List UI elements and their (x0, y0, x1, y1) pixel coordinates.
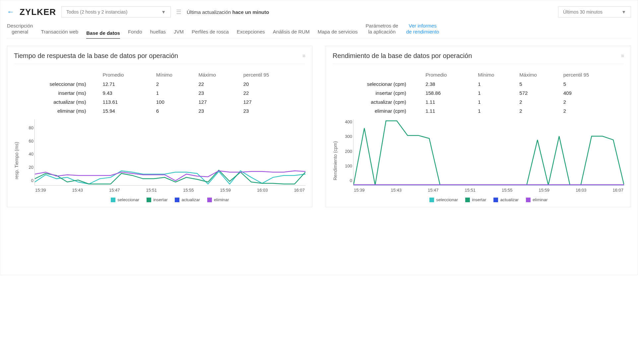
table-row: seleccionar(cpm)2.38155 (333, 80, 624, 89)
table-row: actualizar(ms)113.61100127127 (14, 97, 305, 106)
timerange-selector[interactable]: Últimos 30 minutos ▼ (558, 6, 631, 18)
legend-item[interactable]: insertar (147, 197, 167, 202)
legend-item[interactable]: eliminar (526, 197, 548, 202)
host-selector[interactable]: Todos (2 hosts y 2 instancias) ▼ (61, 6, 171, 18)
table-row: seleccionar(ms)12.7122220 (14, 80, 305, 89)
y-axis-label: resp. Tiempo (ms) (14, 119, 19, 202)
panel-throughput: Rendimiento de la base de datos por oper… (326, 46, 631, 207)
tab-rum[interactable]: Análisis de RUM (273, 29, 310, 35)
legend-item[interactable]: actualizar (175, 197, 200, 202)
chart-legend: seleccionarinsertaractualizareliminar (34, 197, 305, 202)
chart-legend: seleccionarinsertaractualizareliminar (353, 197, 624, 202)
table-row: eliminar(cpm)1.11122 (333, 106, 624, 115)
tab-exc[interactable]: Excepciones (237, 29, 265, 35)
hamburger-icon[interactable]: ≡ (621, 53, 624, 59)
tab-db[interactable]: Base de datos (86, 30, 120, 39)
table-row: eliminar(ms)15.9462323 (14, 106, 305, 115)
timerange-label: Últimos 30 minutos (563, 9, 603, 15)
tab-svcmap[interactable]: Mapa de servicios (318, 29, 358, 35)
tab-thread[interactable]: Perfiles de rosca (192, 29, 229, 35)
legend-item[interactable]: actualizar (493, 197, 519, 202)
x-axis-ticks: 15:3915:4315:4715:5115:5515:5916:0316:07 (353, 188, 624, 193)
hamburger-icon[interactable]: ≡ (302, 53, 305, 59)
tab-reports[interactable]: Ver informesde rendimiento (406, 23, 439, 35)
stats-table-right: PromedioMínimoMáximopercentil 95seleccio… (333, 70, 624, 115)
tab-bg[interactable]: Fondo (128, 29, 142, 35)
back-arrow-icon[interactable]: ← (7, 8, 14, 16)
chart-response-time: 020406080 (34, 119, 305, 186)
panel-title: Rendimiento de la base de datos por oper… (333, 52, 472, 60)
chevron-down-icon: ▼ (621, 9, 626, 15)
x-axis-ticks: 15:3915:4315:4715:5115:5515:5916:0316:07 (34, 188, 305, 193)
tab-bar: DescripcióngeneralTransacción webBase de… (7, 23, 631, 38)
tab-overview[interactable]: Descripcióngeneral (7, 23, 33, 35)
legend-item[interactable]: seleccionar (111, 197, 139, 202)
table-row: insertar(cpm)158.861572409 (333, 89, 624, 97)
menu-icon[interactable]: ☰ (176, 8, 181, 16)
legend-item[interactable]: eliminar (207, 197, 229, 202)
tab-jvm[interactable]: JVM (174, 29, 184, 35)
legend-item[interactable]: seleccionar (429, 197, 458, 202)
panel-title: Tiempo de respuesta de la base de datos … (14, 52, 178, 60)
stats-table-left: PromedioMínimoMáximopercentil 95seleccio… (14, 70, 305, 115)
last-update-text: Última actualización hace un minuto (187, 9, 269, 15)
tab-traces[interactable]: huellas (150, 29, 166, 35)
tab-webtx[interactable]: Transacción web (41, 29, 78, 35)
panel-response-time: Tiempo de respuesta de la base de datos … (7, 46, 312, 207)
chart-throughput: 0100200300400 (353, 119, 624, 186)
table-row: actualizar(cpm)1.11122 (333, 97, 624, 106)
y-axis-label: Rendimiento (cpm) (333, 119, 338, 202)
host-selector-label: Todos (2 hosts y 2 instancias) (66, 9, 127, 15)
table-row: insertar(ms)9.4312322 (14, 89, 305, 97)
tab-appparams[interactable]: Parámetros dela aplicación (366, 23, 398, 35)
brand-title: ZYLKER (20, 7, 56, 17)
chevron-down-icon: ▼ (161, 9, 166, 15)
legend-item[interactable]: insertar (465, 197, 486, 202)
